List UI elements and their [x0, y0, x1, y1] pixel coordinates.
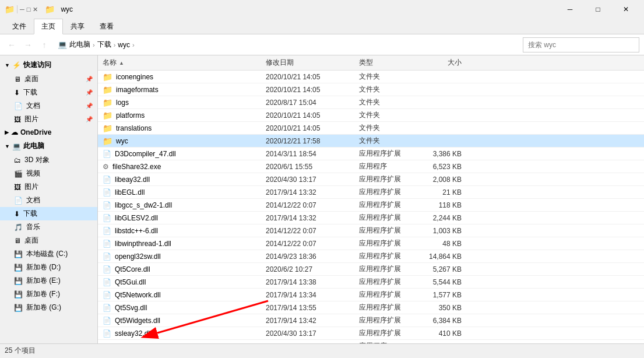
- breadcrumb-pc[interactable]: 此电脑: [69, 40, 90, 50]
- breadcrumb-download[interactable]: 下载: [97, 40, 111, 50]
- sidebar-e-drive-label: 新加卷 (E:): [26, 276, 61, 286]
- d-drive-icon: 💾: [14, 264, 23, 272]
- sidebar-g-drive-label: 新加卷 (G:): [26, 303, 61, 313]
- dll-icon: 📄: [103, 252, 111, 261]
- table-row[interactable]: 📄 libgcc_s_dw2-1.dll 2014/12/22 0:07 应用程…: [98, 199, 644, 212]
- dll-icon: 📄: [103, 176, 111, 184]
- forward-button[interactable]: →: [21, 38, 35, 52]
- quick-access-label: 快速访问: [23, 60, 51, 70]
- col-header-date[interactable]: 修改日期: [261, 58, 354, 68]
- sidebar-downloads2-label: 下载: [23, 209, 37, 219]
- sidebar-item-3d[interactable]: 🗂 3D 对象: [0, 153, 97, 167]
- sidebar-documents-label: 文档: [26, 101, 40, 111]
- table-row[interactable]: 📄 Qt5Widgets.dll 2017/9/14 13:42 应用程序扩展 …: [98, 314, 644, 327]
- dll-icon: 📄: [103, 265, 111, 273]
- minimize-button[interactable]: ─: [557, 0, 583, 19]
- file-name: Qt5Gui.dll: [115, 278, 146, 286]
- dll-icon: 📄: [103, 304, 111, 312]
- breadcrumb[interactable]: 💻 此电脑 › 下载 › wyc ›: [54, 37, 520, 52]
- table-row[interactable]: 📁 iconengines 2020/10/21 14:05 文件夹: [98, 71, 644, 83]
- table-row[interactable]: 📄 D3Dcompiler_47.dll 2014/3/11 18:54 应用程…: [98, 148, 644, 160]
- maximize-button[interactable]: □: [585, 0, 611, 19]
- file-date: 2017/9/14 13:32: [261, 214, 354, 222]
- file-name: Qt5Svg.dll: [115, 304, 147, 312]
- pin-icon4: 📌: [86, 116, 93, 122]
- tab-view[interactable]: 查看: [92, 19, 121, 34]
- sidebar-section-this-pc[interactable]: ▼ 💻 此电脑: [0, 139, 97, 153]
- back-button[interactable]: ←: [5, 38, 19, 52]
- file-type: 应用程序扩展: [354, 328, 418, 338]
- file-type: 文件夹: [354, 123, 418, 133]
- sidebar-pictures-label: 图片: [24, 114, 38, 124]
- tab-file[interactable]: 文件: [5, 19, 34, 34]
- sidebar-item-e-drive[interactable]: 💾 新加卷 (E:): [0, 274, 97, 287]
- file-size: 350 KB: [418, 304, 471, 312]
- table-row[interactable]: 📄 Qt5Svg.dll 2017/9/14 13:55 应用程序扩展 350 …: [98, 301, 644, 314]
- sidebar-item-g-drive[interactable]: 💾 新加卷 (G:): [0, 301, 97, 314]
- table-row[interactable]: 📄 ssleay32.dll 2020/4/30 13:17 应用程序扩展 41…: [98, 327, 644, 340]
- search-input[interactable]: [528, 41, 634, 49]
- c-drive-icon: 💾: [14, 250, 23, 258]
- breadcrumb-computer-icon: 💻: [58, 40, 67, 49]
- sidebar-item-f-drive[interactable]: 💾 新加卷 (F:): [0, 287, 97, 301]
- sidebar-item-downloads2[interactable]: ⬇ 下载: [0, 207, 97, 220]
- table-row[interactable]: 📄 Qt5Network.dll 2017/9/14 13:34 应用程序扩展 …: [98, 289, 644, 301]
- quick-access-icon: ⚡: [12, 61, 21, 69]
- col-header-size[interactable]: 大小: [418, 58, 471, 68]
- sidebar-item-pictures2[interactable]: 🖼 图片: [0, 180, 97, 194]
- table-row[interactable]: 📄 libeay32.dll 2020/4/30 13:17 应用程序扩展 2,…: [98, 173, 644, 186]
- pin-icon: 📌: [86, 76, 93, 82]
- table-row[interactable]: 📁 wyc 2020/12/21 17:58 文件夹: [98, 135, 644, 148]
- sidebar-section-onedrive[interactable]: ▶ ☁ OneDrive: [0, 126, 97, 139]
- col-header-type[interactable]: 类型: [354, 58, 418, 68]
- tab-share[interactable]: 共享: [63, 19, 92, 34]
- 3d-icon: 🗂: [14, 156, 21, 164]
- file-date: 2014/9/23 18:36: [261, 252, 354, 261]
- tab-home[interactable]: 主页: [34, 19, 63, 34]
- desktop2-icon: 🖥: [14, 237, 21, 245]
- e-drive-icon: 💾: [14, 277, 23, 285]
- sidebar-item-videos[interactable]: 🎬 视频: [0, 167, 97, 180]
- table-row[interactable]: 📁 imageformats 2020/10/21 14:05 文件夹: [98, 83, 644, 96]
- table-row[interactable]: 📄 Qt5Core.dll 2020/6/2 10:27 应用程序扩展 5,26…: [98, 263, 644, 276]
- breadcrumb-wyc[interactable]: wyc: [118, 41, 130, 49]
- table-row[interactable]: 📄 opengl32sw.dll 2014/9/23 18:36 应用程序扩展 …: [98, 250, 644, 263]
- up-button[interactable]: ↑: [37, 38, 51, 52]
- table-row[interactable]: 📄 Qt5Gui.dll 2017/9/14 13:38 应用程序扩展 5,54…: [98, 276, 644, 289]
- sidebar-item-downloads[interactable]: ⬇ 下载 📌: [0, 86, 97, 99]
- file-name: wyc: [116, 137, 128, 145]
- sidebar-item-desktop2[interactable]: 🖥 桌面: [0, 234, 97, 247]
- dll-icon: 📄: [103, 201, 111, 209]
- search-box[interactable]: [523, 37, 639, 52]
- table-row[interactable]: 📁 logs 2020/8/17 15:04 文件夹: [98, 96, 644, 109]
- close-button[interactable]: ✕: [613, 0, 639, 19]
- file-name: libgcc_s_dw2-1.dll: [115, 201, 172, 209]
- sidebar-item-desktop[interactable]: 🖥 桌面 📌: [0, 72, 97, 86]
- col-header-name[interactable]: 名称 ▲: [98, 58, 261, 68]
- file-name: libwinpthread-1.dll: [115, 240, 171, 248]
- file-size: 14,864 KB: [418, 252, 471, 261]
- table-row[interactable]: 📄 libstdc++-6.dll 2014/12/22 0:07 应用程序扩展…: [98, 224, 644, 237]
- dll-icon: 📄: [103, 150, 111, 158]
- sidebar-section-quick-access[interactable]: ▼ ⚡ 快速访问: [0, 58, 97, 72]
- table-row[interactable]: 📄 libEGL.dll 2017/9/14 13:32 应用程序扩展 21 K…: [98, 186, 644, 199]
- table-row[interactable]: 📁 translations 2020/10/21 14:05 文件夹: [98, 122, 644, 135]
- table-row[interactable]: 📁 platforms 2020/10/21 14:05 文件夹: [98, 109, 644, 122]
- sidebar-item-c-drive[interactable]: 💾 本地磁盘 (C:): [0, 247, 97, 261]
- file-type: 应用程序扩展: [354, 226, 418, 236]
- table-row[interactable]: ⚙ fileShare32.exe 2020/6/1 15:55 应用程序 6,…: [98, 160, 644, 173]
- table-row[interactable]: 📄 libwinpthread-1.dll 2014/12/22 0:07 应用…: [98, 237, 644, 250]
- table-row[interactable]: 📄 libGLESV2.dll 2017/9/14 13:32 应用程序扩展 2…: [98, 212, 644, 224]
- file-size: 6,384 KB: [418, 317, 471, 325]
- file-name: libGLESV2.dll: [115, 214, 158, 222]
- sidebar-item-d-drive[interactable]: 💾 新加卷 (D:): [0, 261, 97, 274]
- sidebar-item-documents[interactable]: 📄 文档 📌: [0, 99, 97, 113]
- sidebar-item-documents2[interactable]: 📄 文档: [0, 194, 97, 207]
- title-max-icon: □: [27, 6, 31, 13]
- file-name: wyc_up.exe: [112, 342, 149, 344]
- file-name: logs: [116, 99, 129, 107]
- sidebar-item-music[interactable]: 🎵 音乐: [0, 220, 97, 234]
- sidebar-item-pictures[interactable]: 🖼 图片 📌: [0, 113, 97, 126]
- table-row[interactable]: ⚙ wyc_up.exe 2020/6/2 11:27 应用程序 56 KB: [98, 340, 644, 343]
- title-folder-icon2: 📁: [45, 5, 55, 14]
